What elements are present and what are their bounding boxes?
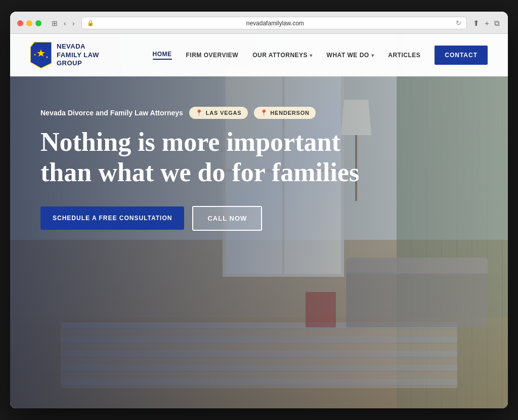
schedule-consultation-button[interactable]: SCHEDULE A FREE CONSULTATION	[40, 206, 184, 230]
attorneys-label: Nevada Divorce and Family Law Attorneys	[40, 109, 183, 117]
logo[interactable]: NEVADA FAMILY LAW GROUP	[30, 42, 99, 68]
fullscreen-button[interactable]	[35, 20, 41, 26]
svg-point-3	[34, 54, 36, 56]
henderson-label: HENDERSON	[270, 110, 310, 116]
svg-point-4	[47, 57, 48, 58]
nav-firm-overview[interactable]: FIRM OVERVIEW	[186, 52, 239, 59]
window-grid-icon[interactable]: ⊞	[50, 18, 60, 28]
nav-links: HOME FIRM OVERVIEW OUR ATTORNEYS ▾ WHAT …	[153, 46, 488, 65]
las-vegas-label: LAS VEGAS	[206, 110, 242, 116]
what-we-do-chevron: ▾	[371, 53, 374, 58]
our-attorneys-chevron: ▾	[310, 53, 313, 58]
tabs-icon[interactable]: ⧉	[493, 18, 501, 29]
hero-content: Nevada Divorce and Family Law Attorneys …	[10, 76, 508, 231]
traffic-lights	[17, 20, 41, 26]
website-container: NEVADA FAMILY LAW GROUP HOME FIRM OVERVI…	[10, 34, 508, 408]
hero-buttons: SCHEDULE A FREE CONSULTATION CALL NOW	[40, 206, 478, 231]
close-button[interactable]	[17, 20, 23, 26]
add-tab-icon[interactable]: +	[484, 18, 490, 28]
hero-headline: Nothing is more important than what we d…	[40, 127, 369, 188]
address-bar[interactable]: 🔒 nevadafamilylaw.com ↻	[81, 17, 467, 29]
back-button[interactable]: ‹	[62, 18, 68, 28]
browser-actions: ⬆ + ⧉	[472, 18, 501, 29]
lock-icon: 🔒	[87, 20, 94, 26]
las-vegas-badge: 📍 LAS VEGAS	[189, 107, 248, 119]
nav-home[interactable]: HOME	[153, 51, 172, 60]
browser-controls: ⊞ ‹ ›	[50, 18, 76, 28]
url-text: nevadafamilylaw.com	[97, 20, 453, 27]
browser-window: ⊞ ‹ › 🔒 nevadafamilylaw.com ↻ ⬆ + ⧉	[10, 12, 508, 408]
nav-our-attorneys[interactable]: OUR ATTORNEYS ▾	[252, 52, 312, 59]
browser-chrome: ⊞ ‹ › 🔒 nevadafamilylaw.com ↻ ⬆ + ⧉	[10, 12, 508, 34]
logo-icon	[30, 42, 52, 68]
refresh-icon: ↻	[456, 19, 461, 27]
pin-icon-lv: 📍	[195, 109, 203, 116]
contact-button[interactable]: CONTACT	[435, 46, 488, 65]
nav-what-we-do[interactable]: WHAT WE DO ▾	[327, 52, 374, 59]
location-row: Nevada Divorce and Family Law Attorneys …	[40, 107, 478, 119]
nav-articles[interactable]: ARTICLES	[388, 52, 420, 59]
call-now-button[interactable]: CALL NOW	[192, 206, 262, 231]
logo-text: NEVADA FAMILY LAW GROUP	[57, 43, 99, 68]
henderson-badge: 📍 HENDERSON	[254, 107, 316, 119]
navbar: NEVADA FAMILY LAW GROUP HOME FIRM OVERVI…	[10, 34, 508, 76]
forward-button[interactable]: ›	[70, 18, 77, 28]
share-icon[interactable]: ⬆	[472, 18, 481, 29]
pin-icon-henderson: 📍	[260, 109, 268, 116]
minimize-button[interactable]	[26, 20, 32, 26]
